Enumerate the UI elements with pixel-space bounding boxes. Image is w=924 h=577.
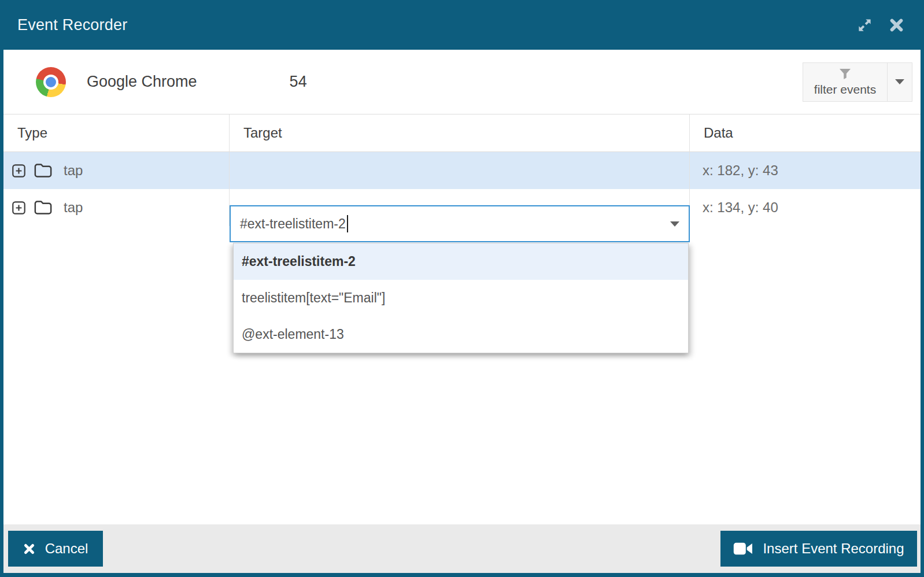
filter-events-label: filter events: [814, 83, 876, 97]
toolbar: Google Chrome 54 filter events: [3, 50, 921, 114]
table-row[interactable]: tap x: 182, y: 43: [3, 152, 921, 189]
filter-events-menu-trigger[interactable]: [887, 63, 912, 101]
data-cell: x: 182, y: 43: [690, 152, 921, 189]
cancel-button[interactable]: Cancel: [8, 531, 103, 567]
insert-button-label: Insert Event Recording: [763, 541, 904, 557]
grid-header: Type Target Data: [3, 114, 921, 152]
type-cell: tap: [3, 189, 230, 226]
expand-plus-icon[interactable]: [12, 201, 26, 215]
chevron-down-icon: [670, 221, 679, 227]
insert-event-recording-button[interactable]: Insert Event Recording: [720, 531, 917, 567]
chevron-down-icon: [895, 79, 904, 84]
cancel-button-label: Cancel: [45, 541, 88, 557]
column-header-type[interactable]: Type: [3, 114, 230, 151]
dropdown-option[interactable]: #ext-treelistitem-2: [234, 243, 688, 280]
browser-name: Google Chrome: [87, 73, 197, 91]
video-camera-icon: [733, 542, 753, 556]
dialog-content: Google Chrome 54 filter events Type Targ…: [3, 50, 921, 573]
column-header-data[interactable]: Data: [690, 114, 921, 151]
text-cursor: [347, 215, 348, 232]
folder-icon: [34, 163, 52, 178]
target-combo-dropdown: #ext-treelistitem-2 treelistitem[text="E…: [233, 243, 689, 353]
expand-plus-icon[interactable]: [12, 164, 26, 178]
dropdown-option[interactable]: treelistitem[text="Email"]: [234, 280, 688, 316]
maximize-icon[interactable]: [857, 17, 873, 33]
filter-events-button[interactable]: filter events: [803, 62, 912, 102]
target-combo-value[interactable]: #ext-treelistitem-2: [240, 216, 346, 232]
event-type-label: tap: [64, 162, 83, 179]
titlebar-tools: [857, 17, 904, 33]
data-cell: x: 134, y: 40: [690, 189, 921, 226]
event-recorder-dialog: Event Recorder Google Chrome 54 filt: [0, 0, 924, 577]
target-combo-field[interactable]: #ext-treelistitem-2: [230, 205, 690, 242]
titlebar: Event Recorder: [0, 0, 924, 50]
folder-icon: [34, 200, 52, 215]
dropdown-option[interactable]: @ext-element-13: [234, 316, 688, 353]
cancel-x-icon: [23, 543, 35, 555]
grid-body: tap x: 182, y: 43 tap x:: [3, 152, 921, 524]
target-cell: [230, 152, 690, 189]
close-icon[interactable]: [889, 17, 904, 33]
dialog-title: Event Recorder: [17, 16, 857, 34]
column-header-target[interactable]: Target: [230, 114, 690, 151]
filter-events-main[interactable]: filter events: [803, 63, 887, 101]
chrome-browser-icon: [36, 67, 66, 97]
filter-funnel-icon: [837, 67, 853, 81]
combo-trigger[interactable]: [661, 206, 689, 241]
event-type-label: tap: [64, 199, 83, 216]
footer-bar: Cancel Insert Event Recording: [3, 524, 921, 573]
type-cell: tap: [3, 152, 230, 189]
browser-version: 54: [290, 73, 307, 91]
